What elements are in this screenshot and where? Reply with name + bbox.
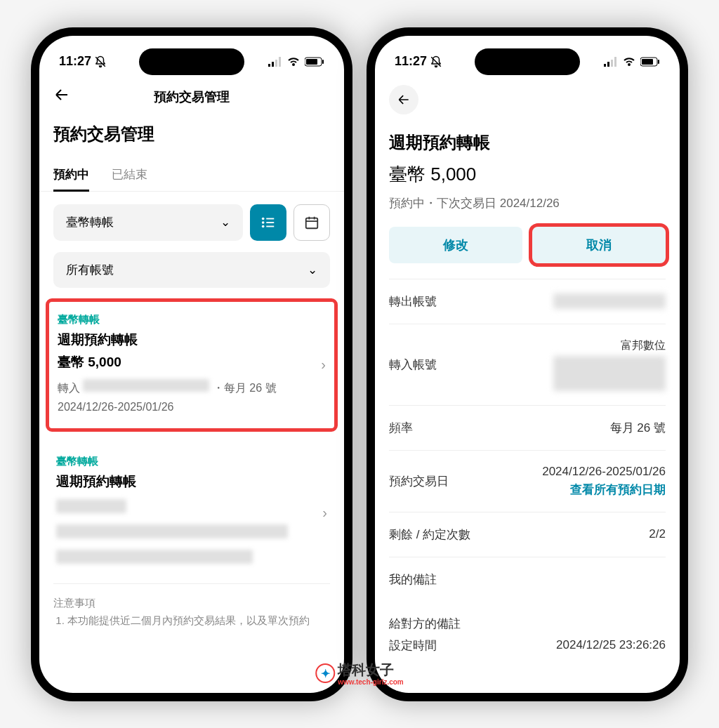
svg-point-11 bbox=[262, 225, 265, 227]
dnd-icon bbox=[430, 55, 442, 68]
label: 我的備註 bbox=[389, 571, 437, 588]
detail-list: 轉出帳號 轉入帳號 富邦數位 頻率 每月 26 號 預約交易日 2024/12/… bbox=[375, 279, 680, 668]
wifi-icon bbox=[286, 57, 301, 67]
svg-rect-2 bbox=[275, 60, 277, 67]
row-set-time: 設定時間 2024/12/25 23:26:26 bbox=[389, 635, 666, 668]
card-title: 週期預約轉帳 bbox=[58, 331, 326, 349]
list-icon bbox=[260, 215, 276, 230]
redacted-value bbox=[553, 293, 666, 309]
redacted-account bbox=[83, 379, 209, 392]
svg-rect-10 bbox=[266, 222, 274, 223]
svg-rect-5 bbox=[306, 59, 317, 65]
svg-rect-13 bbox=[306, 218, 318, 228]
redacted-line bbox=[56, 499, 126, 513]
detail-status: 預約中・下次交易日 2024/12/26 bbox=[375, 195, 680, 227]
card-tag: 臺幣轉帳 bbox=[58, 313, 326, 326]
label: 設定時間 bbox=[389, 637, 437, 654]
row-remaining: 剩餘 / 約定次數 2/2 bbox=[389, 512, 666, 557]
calendar-icon bbox=[304, 215, 319, 230]
svg-rect-1 bbox=[272, 62, 274, 67]
back-button[interactable] bbox=[53, 86, 70, 107]
svg-rect-0 bbox=[268, 64, 270, 67]
detail-title: 週期預約轉帳 bbox=[375, 114, 680, 162]
svg-point-9 bbox=[262, 221, 265, 224]
arrow-left-icon bbox=[397, 93, 411, 107]
transfer-card-1[interactable]: 臺幣轉帳 週期預約轉帳 臺幣 5,000 轉入 ・每月 26 號 2024/12… bbox=[48, 300, 336, 430]
svg-rect-8 bbox=[266, 218, 274, 219]
svg-rect-6 bbox=[322, 60, 324, 64]
row-frequency: 頻率 每月 26 號 bbox=[389, 405, 666, 450]
screen-left: 11:27 預約交易管理 預約交易管理 預約中 已結束 臺幣轉帳 ⌄ bbox=[39, 36, 344, 693]
svg-rect-17 bbox=[614, 57, 616, 67]
note-item: 本功能提供近二個月內預約交易結果，以及單次預約 bbox=[67, 614, 330, 628]
view-all-dates-link[interactable]: 查看所有預約日期 bbox=[542, 482, 666, 498]
svg-rect-3 bbox=[279, 57, 281, 67]
action-row: 修改 取消 bbox=[375, 227, 680, 279]
chevron-right-icon: › bbox=[322, 505, 327, 521]
value: 2/2 bbox=[649, 527, 666, 541]
notch bbox=[475, 48, 580, 75]
notch bbox=[139, 48, 244, 75]
row-dates: 預約交易日 2024/12/26-2025/01/26 查看所有預約日期 bbox=[389, 450, 666, 512]
filter-row: 臺幣轉帳 ⌄ bbox=[39, 192, 344, 246]
label: 轉入帳號 bbox=[389, 357, 437, 373]
redacted-line bbox=[56, 550, 253, 564]
svg-rect-19 bbox=[642, 59, 653, 65]
row-in-account: 轉入帳號 富邦數位 bbox=[389, 324, 666, 405]
logo-icon: ✦ bbox=[315, 663, 335, 683]
modify-button[interactable]: 修改 bbox=[389, 227, 522, 263]
chevron-down-icon: ⌄ bbox=[220, 215, 230, 230]
notes-title: 注意事項 bbox=[53, 597, 330, 610]
phone-left: 11:27 預約交易管理 預約交易管理 預約中 已結束 臺幣轉帳 ⌄ bbox=[31, 27, 352, 701]
label: 頻率 bbox=[389, 420, 413, 436]
label: 給對方的備註 bbox=[389, 616, 461, 632]
value: 富邦數位 bbox=[553, 338, 666, 391]
account-label: 所有帳號 bbox=[66, 262, 114, 278]
card-title: 週期預約轉帳 bbox=[56, 472, 327, 491]
card-tag: 臺幣轉帳 bbox=[56, 455, 327, 468]
transfer-type-dropdown[interactable]: 臺幣轉帳 ⌄ bbox=[53, 204, 243, 241]
battery-icon bbox=[305, 57, 324, 67]
cancel-button[interactable]: 取消 bbox=[532, 227, 666, 263]
status-time: 11:27 bbox=[59, 54, 91, 69]
redacted-line bbox=[56, 524, 288, 538]
notes-section: 注意事項 本功能提供近二個月內預約交易結果，以及單次預約 bbox=[39, 597, 344, 628]
svg-rect-12 bbox=[266, 225, 274, 227]
battery-icon bbox=[640, 57, 660, 67]
label: 剩餘 / 約定次數 bbox=[389, 527, 470, 543]
dnd-icon bbox=[94, 55, 107, 68]
row-my-note: 我的備註 bbox=[389, 557, 666, 602]
back-button[interactable] bbox=[389, 85, 418, 114]
row-their-note: 給對方的備註 bbox=[389, 602, 666, 635]
account-dropdown[interactable]: 所有帳號 ⌄ bbox=[53, 252, 330, 288]
svg-point-7 bbox=[262, 217, 265, 220]
screen-right: 11:27 週期預約轉帳 臺幣 5,000 預約中・下次交易日 2024/12/… bbox=[375, 36, 680, 693]
wifi-icon bbox=[622, 57, 636, 67]
transfer-card-2[interactable]: 臺幣轉帳 週期預約轉帳 › bbox=[53, 442, 330, 584]
value: 2024/12/26-2025/01/26 查看所有預約日期 bbox=[542, 465, 666, 498]
value: 2024/12/25 23:26:26 bbox=[556, 638, 666, 652]
calendar-view-button[interactable] bbox=[293, 204, 330, 241]
value: 每月 26 號 bbox=[610, 420, 666, 436]
list-view-button[interactable] bbox=[250, 204, 286, 241]
card-amount: 臺幣 5,000 bbox=[58, 353, 326, 371]
card-meta: 轉入 ・每月 26 號 bbox=[58, 378, 326, 397]
chevron-down-icon: ⌄ bbox=[308, 263, 317, 277]
detail-amount: 臺幣 5,000 bbox=[375, 162, 680, 195]
svg-rect-16 bbox=[611, 60, 613, 67]
nav-bar: 預約交易管理 bbox=[39, 77, 344, 117]
label: 預約交易日 bbox=[389, 473, 449, 489]
watermark: ✦ 塔科女子 www.tech-girlz.com bbox=[315, 661, 404, 686]
status-time: 11:27 bbox=[395, 54, 427, 69]
signal-icon bbox=[268, 57, 282, 67]
tab-active[interactable]: 預約中 bbox=[53, 158, 89, 191]
row-out-account: 轉出帳號 bbox=[389, 279, 666, 324]
svg-rect-14 bbox=[604, 64, 606, 67]
svg-rect-15 bbox=[607, 62, 609, 67]
page-title: 預約交易管理 bbox=[39, 117, 344, 158]
tab-ended[interactable]: 已結束 bbox=[112, 158, 147, 191]
redacted-value bbox=[553, 356, 666, 391]
label: 轉出帳號 bbox=[389, 293, 437, 310]
arrow-left-icon bbox=[53, 86, 70, 103]
chevron-right-icon: › bbox=[321, 357, 326, 373]
